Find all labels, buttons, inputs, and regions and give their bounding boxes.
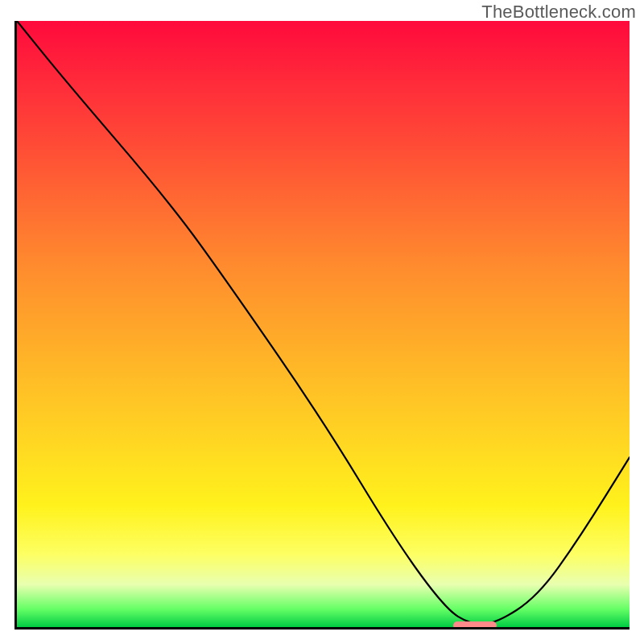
optimal-range-marker [453,621,496,630]
plot-area [14,21,630,630]
watermark-text: TheBottleneck.com [481,2,636,23]
bottleneck-curve [17,21,630,627]
chart-container: TheBottleneck.com [0,0,644,644]
